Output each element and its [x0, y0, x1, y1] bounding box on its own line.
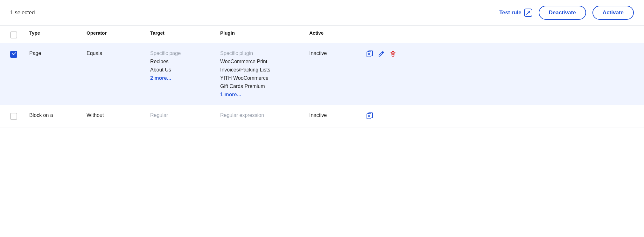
row1-checkbox-wrapper[interactable] [10, 50, 29, 58]
plugin-item: Regular expression [220, 112, 309, 119]
external-link-icon [524, 9, 532, 17]
plugin-item: YITH WooCommerce [220, 74, 309, 82]
header-type: Type [29, 30, 87, 38]
row1-target: Specific page Recipes About Us 2 more... [150, 50, 220, 82]
select-all-checkbox[interactable] [10, 31, 17, 38]
row2-operator: Without [87, 112, 150, 119]
plugin-item: WooCommerce Print [220, 58, 309, 65]
row1-plugin: Specific plugin WooCommerce Print Invoic… [220, 50, 309, 98]
header-operator: Operator [87, 30, 150, 38]
toolbar: 1 selected Test rule Deactivate Activate [0, 0, 644, 26]
table-row: Block on a Without Regular Regular expre… [0, 105, 644, 127]
table-header: Type Operator Target Plugin Active [0, 26, 644, 43]
rules-table: Type Operator Target Plugin Active Page … [0, 26, 644, 127]
plugin-item: Gift Cards Premium [220, 83, 309, 90]
target-more-link[interactable]: 2 more... [150, 74, 220, 82]
target-item: Recipes [150, 58, 220, 65]
plugin-item: Specific plugin [220, 50, 309, 57]
copy-icon[interactable] [367, 112, 374, 121]
deactivate-button[interactable]: Deactivate [539, 6, 586, 20]
target-item: Specific page [150, 50, 220, 57]
target-item: Regular [150, 112, 220, 119]
test-rule-label: Test rule [499, 10, 522, 16]
table-row: Page Equals Specific page Recipes About … [0, 43, 644, 105]
row1-actions [367, 50, 634, 59]
header-target: Target [150, 30, 220, 38]
row2-active: Inactive [309, 112, 367, 119]
row1-operator: Equals [87, 50, 150, 57]
toolbar-actions: Test rule Deactivate Activate [499, 6, 634, 20]
svg-rect-0 [367, 52, 371, 57]
header-active: Active [309, 30, 367, 38]
selected-count: 1 selected [10, 10, 499, 16]
row1-active: Inactive [309, 50, 367, 57]
svg-rect-5 [367, 114, 371, 119]
header-plugin: Plugin [220, 30, 309, 38]
delete-icon[interactable] [389, 50, 396, 59]
row2-checkbox[interactable] [10, 113, 17, 120]
row2-type: Block on a [29, 112, 87, 119]
row2-actions [367, 112, 634, 121]
row1-checkbox[interactable] [10, 51, 17, 58]
row1-type: Page [29, 50, 87, 57]
row2-plugin: Regular expression [220, 112, 309, 119]
plugin-more-link[interactable]: 1 more... [220, 91, 309, 98]
header-checkbox-wrapper[interactable] [10, 30, 29, 38]
copy-icon[interactable] [367, 50, 374, 59]
header-actions [367, 30, 634, 38]
row2-target: Regular [150, 112, 220, 119]
row2-checkbox-wrapper[interactable] [10, 112, 29, 120]
edit-icon[interactable] [378, 50, 385, 59]
activate-button[interactable]: Activate [592, 6, 634, 20]
plugin-item: Invoices/Packing Lists [220, 66, 309, 74]
target-item: About Us [150, 66, 220, 74]
test-rule-button[interactable]: Test rule [499, 9, 532, 17]
